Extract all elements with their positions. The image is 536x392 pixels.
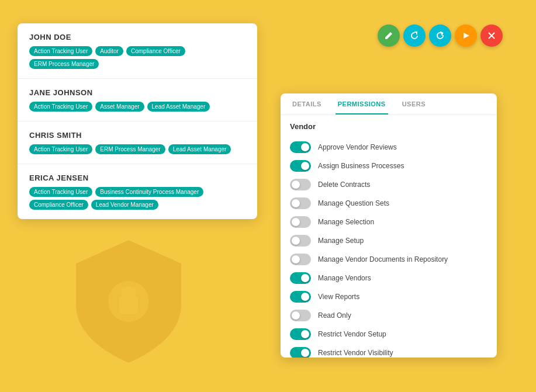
action-buttons-group xyxy=(378,25,503,47)
role-tag[interactable]: Compliance Officer xyxy=(126,46,185,56)
role-tag[interactable]: Business Continuity Process Manager xyxy=(95,187,203,197)
toggle-track xyxy=(290,216,311,228)
permission-toggle[interactable] xyxy=(290,347,311,358)
toggle-thumb xyxy=(301,349,309,357)
permission-label: Manage Selection xyxy=(318,218,487,226)
svg-rect-1 xyxy=(122,287,136,299)
role-tag[interactable]: Asset Manager xyxy=(95,102,144,112)
permission-toggle[interactable] xyxy=(290,179,311,190)
permissions-panel: DETAILS PERMISSIONS USERS Vendor Approve… xyxy=(281,93,497,358)
toggle-track xyxy=(290,235,311,247)
toggle-track xyxy=(290,254,311,265)
permission-label: Manage Question Sets xyxy=(318,199,487,207)
toggle-track xyxy=(290,291,311,303)
permission-label: Manage Vendors xyxy=(318,274,487,282)
permission-toggle[interactable] xyxy=(290,216,311,228)
permission-toggle[interactable] xyxy=(290,272,311,284)
user-card[interactable]: JANE JOHNSONAction Tracking UserAsset Ma… xyxy=(18,79,257,122)
role-tag[interactable]: Action Tracking User xyxy=(29,46,92,56)
shield-background-icon xyxy=(70,234,187,369)
delete-icon xyxy=(487,32,496,40)
role-tag[interactable]: Compliance Officer xyxy=(29,200,88,210)
permission-label: Assign Business Processes xyxy=(318,162,487,170)
tab-details[interactable]: DETAILS xyxy=(290,93,324,115)
tags-row: Action Tracking UserERM Process ManagerL… xyxy=(29,144,245,154)
permission-toggle[interactable] xyxy=(290,197,311,209)
role-tag[interactable]: Action Tracking User xyxy=(29,187,92,197)
toggle-thumb xyxy=(301,162,309,170)
toggle-thumb xyxy=(292,311,300,320)
tags-row: Action Tracking UserAuditorCompliance Of… xyxy=(29,46,245,69)
role-tag[interactable]: Action Tracking User xyxy=(29,102,92,112)
toggle-track xyxy=(290,160,311,172)
permission-toggle[interactable] xyxy=(290,328,311,340)
toggle-thumb xyxy=(292,218,300,226)
permission-item: Delete Contracts xyxy=(290,175,487,194)
user-cards-container: JOHN DOEAction Tracking UserAuditorCompl… xyxy=(18,23,257,219)
toggle-thumb xyxy=(301,274,309,282)
permission-item: Manage Setup xyxy=(290,231,487,250)
toggle-thumb xyxy=(301,143,309,151)
edit-icon xyxy=(384,31,393,40)
permission-label: Approve Vendor Reviews xyxy=(318,143,487,151)
toggle-track xyxy=(290,347,311,358)
permissions-list: Approve Vendor ReviewsAssign Business Pr… xyxy=(281,136,497,358)
permission-label: Restrict Vendor Setup xyxy=(318,330,487,338)
permission-item: Assign Business Processes xyxy=(290,157,487,175)
role-tag[interactable]: Action Tracking User xyxy=(29,144,92,154)
edit-button[interactable] xyxy=(378,25,400,47)
role-tag[interactable]: Lead Asset Manager xyxy=(147,102,210,112)
refresh-button[interactable] xyxy=(429,25,451,47)
toggle-track xyxy=(290,310,311,321)
history-icon xyxy=(410,31,419,40)
role-tag[interactable]: Lead Asset Manager xyxy=(168,144,231,154)
permission-label: Delete Contracts xyxy=(318,181,487,189)
svg-marker-3 xyxy=(464,33,469,39)
user-name: JANE JOHNSON xyxy=(29,88,245,97)
main-container: JOHN DOEAction Tracking UserAuditorCompl… xyxy=(18,18,497,219)
refresh-icon xyxy=(435,31,445,40)
toggle-thumb xyxy=(292,255,300,263)
role-tag[interactable]: Lead Vendor Manager xyxy=(91,200,158,210)
permission-item: Manage Vendors xyxy=(290,269,487,287)
vendor-section-title: Vendor xyxy=(281,115,497,136)
user-card[interactable]: ERICA JENSENAction Tracking UserBusiness… xyxy=(18,164,257,219)
user-card[interactable]: JOHN DOEAction Tracking UserAuditorCompl… xyxy=(18,23,257,79)
toggle-track xyxy=(290,328,311,340)
permission-item: Manage Selection xyxy=(290,213,487,231)
toggle-thumb xyxy=(301,330,309,338)
user-card[interactable]: CHRIS SMITHAction Tracking UserERM Proce… xyxy=(18,122,257,164)
permission-label: Read Only xyxy=(318,311,487,320)
permission-item: Restrict Vendor Visibility xyxy=(290,344,487,358)
role-tag[interactable]: ERM Process Manager xyxy=(29,59,99,69)
history-button[interactable] xyxy=(403,25,426,47)
role-tag[interactable]: Auditor xyxy=(95,46,123,56)
permission-item: Manage Question Sets xyxy=(290,194,487,213)
delete-button[interactable] xyxy=(480,25,503,47)
toggle-thumb xyxy=(292,181,300,189)
user-name: ERICA JENSEN xyxy=(29,174,245,182)
tab-permissions[interactable]: PERMISSIONS xyxy=(336,93,388,115)
permission-toggle[interactable] xyxy=(290,310,311,321)
toggle-thumb xyxy=(292,237,300,245)
permission-label: View Reports xyxy=(318,293,487,301)
toggle-thumb xyxy=(292,199,300,207)
user-name: CHRIS SMITH xyxy=(29,131,245,140)
toggle-thumb xyxy=(301,293,309,301)
permission-label: Manage Setup xyxy=(318,237,487,245)
tab-users[interactable]: USERS xyxy=(400,93,428,115)
permission-item: View Reports xyxy=(290,287,487,306)
panel-tabs: DETAILS PERMISSIONS USERS xyxy=(281,93,497,115)
permission-item: Manage Vendor Documents in Repository xyxy=(290,250,487,269)
toggle-track xyxy=(290,179,311,190)
permission-item: Restrict Vendor Setup xyxy=(290,325,487,344)
user-name: JOHN DOE xyxy=(29,33,245,41)
permission-toggle[interactable] xyxy=(290,141,311,153)
role-tag[interactable]: ERM Process Manager xyxy=(95,144,165,154)
permission-toggle[interactable] xyxy=(290,254,311,265)
permission-toggle[interactable] xyxy=(290,235,311,247)
permission-toggle[interactable] xyxy=(290,291,311,303)
play-button[interactable] xyxy=(455,25,477,47)
permission-item: Approve Vendor Reviews xyxy=(290,138,487,157)
permission-toggle[interactable] xyxy=(290,160,311,172)
